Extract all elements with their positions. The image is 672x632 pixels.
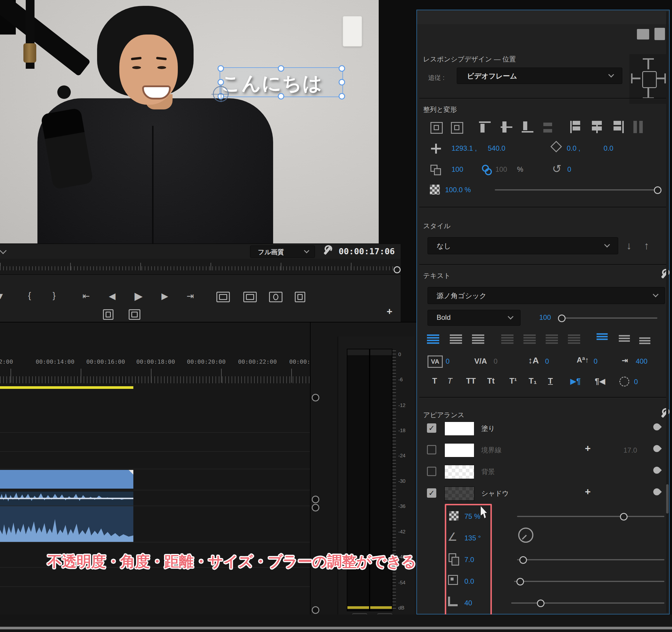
tab-width-value[interactable]: 400 [636, 357, 647, 366]
chevron-down-icon[interactable] [0, 247, 7, 254]
stroke-eyedropper-icon[interactable] [652, 444, 662, 453]
background-eyedropper-icon[interactable] [652, 465, 662, 475]
background-color-swatch[interactable] [445, 465, 474, 479]
subscript-icon[interactable]: T₁ [529, 377, 537, 385]
align-middle-text-icon[interactable] [619, 335, 630, 342]
comparison-view-icon[interactable] [295, 292, 305, 302]
shadow-blur-thumb[interactable] [537, 600, 545, 607]
anchor-point-icon[interactable] [213, 86, 229, 102]
stroke-color-swatch[interactable] [445, 443, 474, 457]
justify-last-center-icon[interactable] [524, 334, 536, 344]
tracking-value[interactable]: 0 [446, 357, 450, 366]
fill-eyedropper-icon[interactable] [652, 422, 662, 432]
faux-italic-icon[interactable]: T [448, 377, 452, 385]
scale-value[interactable]: 100 [452, 165, 463, 173]
style-upload-icon[interactable]: ↑ [644, 240, 649, 252]
shadow-color-swatch[interactable] [445, 487, 474, 500]
selection-handle[interactable] [339, 65, 345, 72]
ltr-paragraph-icon[interactable]: ▶¶ [570, 377, 581, 386]
panel-scrollbar-thumb[interactable] [666, 484, 669, 514]
go-to-in-icon[interactable]: ⇤ [82, 292, 90, 301]
all-caps-icon[interactable]: TT [466, 377, 476, 385]
selection-handle[interactable] [218, 65, 224, 72]
step-forward-icon[interactable]: ▶ [162, 292, 168, 301]
shadow-angle-dial[interactable] [518, 528, 533, 543]
shadow-size-thumb[interactable] [517, 578, 524, 585]
background-checkbox[interactable] [427, 467, 436, 476]
align-text-center-icon[interactable] [450, 334, 462, 344]
audio-clip-a2[interactable] [0, 506, 133, 542]
fill-checkbox[interactable]: ✓ [427, 423, 436, 433]
track-resize-handle[interactable] [312, 496, 319, 503]
baseline-shift-value[interactable]: 0 [594, 357, 597, 366]
justify-last-left-icon[interactable] [501, 334, 513, 344]
font-size-slider-thumb[interactable] [558, 314, 566, 322]
fill-color-swatch[interactable] [445, 422, 474, 436]
settings-wrench-icon[interactable] [322, 246, 332, 256]
style-dropdown[interactable]: なし [428, 237, 618, 254]
panel-scrollbar-track[interactable] [666, 11, 669, 613]
align-hcenter-icon[interactable] [592, 121, 602, 131]
rotation-value[interactable]: 0 [567, 165, 571, 173]
align-bottom-text-icon[interactable] [639, 337, 650, 344]
tate-chu-yoko-icon[interactable] [619, 377, 629, 387]
font-size-slider[interactable] [560, 318, 657, 319]
video-clip[interactable] [0, 470, 133, 489]
mark-out-icon[interactable]: } [53, 291, 55, 300]
font-weight-dropdown[interactable]: Bold [428, 310, 521, 326]
export-frame-icon[interactable] [269, 292, 283, 302]
selection-handle[interactable] [278, 93, 284, 99]
position-y-value[interactable]: 540.0 [488, 144, 505, 153]
align-frame-h-icon[interactable] [430, 122, 443, 134]
add-stroke-icon[interactable]: + [585, 443, 591, 454]
align-text-left-icon[interactable] [427, 334, 439, 344]
selection-handle[interactable] [278, 65, 284, 72]
justify-last-right-icon[interactable] [546, 334, 558, 344]
align-bottom-icon[interactable] [522, 121, 533, 133]
faux-bold-icon[interactable]: T [432, 377, 437, 385]
align-frame-v-icon[interactable] [451, 122, 463, 134]
opacity-slider-thumb[interactable] [654, 186, 662, 194]
mark-in-icon[interactable]: { [28, 291, 31, 300]
shadow-distance-thumb[interactable] [519, 556, 527, 564]
step-back-icon[interactable]: ◀ [109, 292, 116, 301]
distribute-v-icon[interactable] [543, 123, 552, 133]
scrub-handle[interactable] [393, 266, 401, 273]
timeline-ruler[interactable]: 00:00:12:00 00:00:14:00 00:00:16:00 00:0… [0, 358, 310, 369]
shadow-opacity-slider[interactable] [517, 516, 665, 517]
safe-margins-icon[interactable] [103, 309, 114, 320]
shadow-blur-slider[interactable] [511, 603, 665, 604]
play-icon[interactable]: ▶ [135, 292, 143, 301]
add-marker-icon[interactable]: ▼ [0, 292, 5, 301]
extract-icon[interactable] [243, 292, 257, 302]
folder-icon[interactable] [637, 29, 649, 40]
shadow-checkbox[interactable]: ✓ [427, 488, 436, 498]
align-right-icon[interactable] [614, 121, 621, 131]
shadow-eyedropper-icon[interactable] [652, 487, 662, 497]
align-left-icon[interactable] [570, 121, 580, 131]
small-caps-icon[interactable]: Tt [487, 377, 495, 385]
indent-value[interactable]: 0 [634, 378, 638, 386]
font-family-dropdown[interactable]: 源ノ角ゴシック [428, 287, 665, 304]
playback-quality-dropdown[interactable]: フル画質 [250, 245, 315, 258]
distribute-h-icon[interactable] [633, 121, 643, 134]
underline-icon[interactable]: T [548, 377, 553, 385]
opacity-slider[interactable] [495, 189, 657, 190]
monitor-scrub-ruler[interactable] [0, 259, 401, 275]
lift-icon[interactable] [216, 292, 230, 302]
align-text-right-icon[interactable] [472, 334, 484, 344]
rtl-paragraph-icon[interactable]: ¶◀ [595, 377, 605, 386]
align-vcenter-icon[interactable] [501, 121, 506, 133]
anchor-x-value[interactable]: 0.0 , [567, 144, 580, 153]
selection-handle[interactable] [339, 93, 345, 99]
position-x-value[interactable]: 1293.1 , [452, 144, 477, 153]
stroke-checkbox[interactable] [427, 445, 436, 454]
shadow-opacity-thumb[interactable] [620, 513, 628, 520]
align-top-text-icon[interactable] [597, 333, 608, 340]
multi-view-icon[interactable] [129, 309, 140, 320]
justify-all-icon[interactable] [568, 334, 580, 344]
shadow-distance-slider[interactable] [517, 559, 665, 560]
scroll-handle[interactable] [312, 606, 319, 614]
video-caption-text[interactable]: こんにちは [221, 70, 341, 97]
audio-clip-a1[interactable] [0, 492, 133, 506]
